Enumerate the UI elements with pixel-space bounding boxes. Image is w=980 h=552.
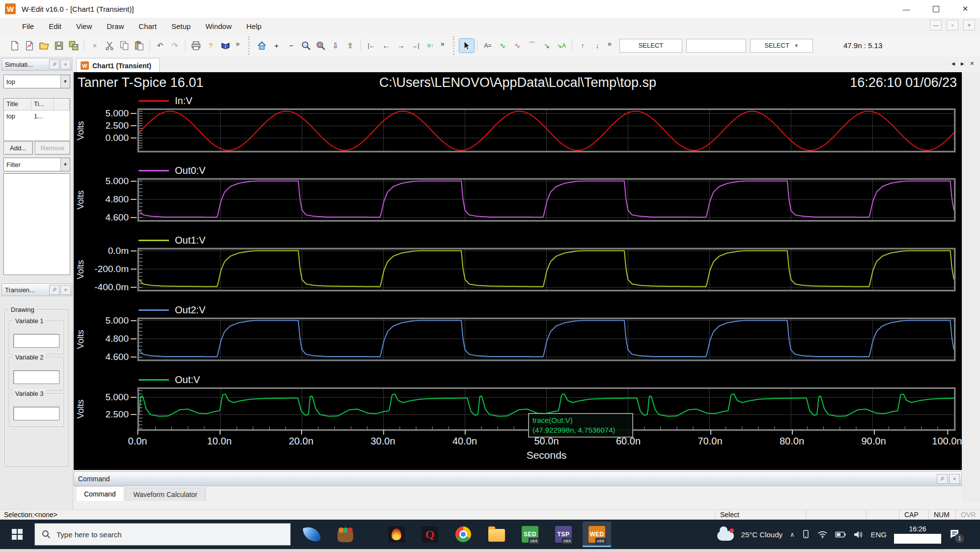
tab-scroll-right-icon[interactable]: ▸ — [961, 59, 964, 67]
expand-down-icon[interactable]: ⇩ — [328, 39, 343, 53]
command-tab-waveform-calculator[interactable]: Waveform Calculator — [125, 488, 206, 501]
command-panel-header[interactable]: Command × — [74, 471, 962, 486]
new-file-icon[interactable] — [7, 39, 22, 53]
waveform-book-icon[interactable] — [218, 39, 233, 53]
measure-average-icon[interactable]: ⌒ — [525, 39, 539, 53]
overflow-2-icon[interactable]: » — [438, 37, 448, 51]
menu-help[interactable]: Help — [239, 22, 269, 30]
paste-icon[interactable] — [132, 39, 146, 53]
measure-slope-icon[interactable]: ↘ — [539, 39, 554, 53]
table-row[interactable]: top 1... — [4, 110, 70, 122]
transient-panel-header[interactable]: Transien... × — [1, 283, 72, 296]
zoom-out-icon[interactable]: − — [284, 39, 299, 53]
expand-up-icon[interactable]: ⇧ — [343, 39, 358, 53]
chart-canvas[interactable]: Tanner T-Spice 16.01 C:\Users\LENOVO\App… — [74, 72, 962, 470]
close-button[interactable]: ✕ — [951, 0, 980, 18]
tray-expand-icon[interactable]: ∧ — [790, 531, 795, 538]
weather-text[interactable]: 25°C Cloudy — [741, 530, 783, 539]
tab-close-icon[interactable]: × — [970, 59, 974, 67]
measure-trace-2-icon[interactable]: ∿ — [510, 39, 525, 53]
simulation-panel-header[interactable]: Simulati... × — [1, 58, 72, 71]
legend-out2-v[interactable]: Out2:V — [139, 304, 205, 316]
simulation-table[interactable]: Title Ti... top 1... — [3, 98, 70, 141]
app-sedit-icon[interactable]: SEDx64 — [516, 522, 544, 547]
app-q-icon[interactable]: Q — [416, 522, 444, 547]
select-cursor-icon[interactable] — [459, 39, 474, 53]
annotate-value-icon[interactable]: A= — [480, 39, 495, 53]
falling-edge-icon[interactable]: ↓ — [590, 39, 605, 53]
command-tab-command[interactable]: Command — [76, 486, 124, 501]
close-icon[interactable]: × — [60, 285, 71, 295]
speaker-icon[interactable] — [853, 530, 863, 539]
app-feather-icon[interactable] — [298, 522, 326, 547]
filter-select[interactable]: Filter ▼ — [3, 158, 70, 171]
close-icon[interactable]: × — [949, 474, 960, 484]
go-first-icon[interactable]: |← — [364, 39, 379, 53]
rising-edge-icon[interactable]: ↑ — [575, 39, 590, 53]
redo-icon[interactable]: ↷ — [168, 39, 182, 53]
taskbar-search[interactable]: Type here to search — [34, 523, 291, 546]
action-center-icon[interactable]: 1 — [949, 528, 960, 541]
remove-button[interactable]: Remove — [35, 141, 70, 155]
measure-label-icon[interactable]: ↘A — [554, 39, 569, 53]
delete-icon[interactable]: × — [87, 39, 102, 53]
tab-chart1-transient[interactable]: W Chart1 (Transient) — [76, 58, 160, 73]
menu-edit[interactable]: Edit — [41, 22, 69, 30]
menu-window[interactable]: Window — [198, 22, 239, 30]
app-tspice-icon[interactable]: TSPx64 — [549, 522, 578, 547]
menu-view[interactable]: View — [69, 22, 99, 30]
copy-icon[interactable] — [117, 39, 132, 53]
menu-chart[interactable]: Chart — [131, 22, 164, 30]
save-all-icon[interactable] — [66, 39, 81, 53]
app-wedit-icon[interactable]: WEDx64 — [583, 522, 611, 547]
simulation-select[interactable]: top ▼ — [3, 75, 70, 88]
print-icon[interactable] — [189, 39, 203, 53]
menu-setup[interactable]: Setup — [164, 22, 198, 30]
plot-out2-v[interactable] — [138, 318, 955, 361]
close-icon[interactable]: × — [60, 59, 71, 69]
zoom-in-icon[interactable]: + — [269, 39, 284, 53]
variable3-input[interactable] — [13, 407, 59, 420]
restore-button[interactable] — [921, 0, 951, 18]
start-button[interactable] — [0, 520, 34, 549]
undo-icon[interactable]: ↶ — [153, 39, 168, 53]
minimize-button[interactable]: — — [892, 0, 921, 18]
overflow-1-icon[interactable]: » — [233, 37, 243, 51]
mdi-restore-icon[interactable]: ▫ — [947, 20, 958, 30]
legend-out-v[interactable]: Out:V — [139, 374, 200, 386]
save-icon[interactable] — [52, 39, 66, 53]
file-explorer-icon[interactable] — [482, 522, 511, 547]
app-chrome-icon[interactable] — [449, 522, 477, 547]
language-indicator[interactable]: ENG — [870, 530, 887, 539]
home-view-icon[interactable] — [254, 39, 269, 53]
mdi-close-icon[interactable]: × — [963, 20, 975, 30]
plot-out1-v[interactable] — [138, 248, 955, 291]
cut-icon[interactable] — [102, 39, 117, 53]
zoom-point-icon[interactable] — [313, 39, 328, 53]
column-header-time[interactable]: Ti... — [31, 99, 54, 110]
menu-draw[interactable]: Draw — [99, 22, 131, 30]
device-icon[interactable] — [802, 529, 810, 539]
trace-order-icon[interactable]: ≡↑ — [423, 39, 438, 53]
trace-select-combo-2[interactable]: SELECT▼ — [750, 39, 813, 53]
legend-out0-v[interactable]: Out0:V — [139, 165, 205, 176]
variable2-input[interactable] — [13, 370, 59, 384]
menu-file[interactable]: File — [15, 22, 41, 30]
help-icon[interactable]: ? — [203, 39, 218, 53]
plot-in-v[interactable] — [138, 109, 955, 152]
go-last-icon[interactable]: →| — [408, 39, 423, 53]
new-chart-icon[interactable] — [22, 39, 37, 53]
plot-out0-v[interactable] — [138, 178, 955, 221]
go-previous-icon[interactable]: ← — [379, 39, 393, 53]
overflow-3-icon[interactable]: » — [605, 37, 615, 51]
battery-icon[interactable] — [835, 531, 846, 538]
column-header-title[interactable]: Title — [4, 99, 31, 110]
app-garden-icon[interactable] — [331, 522, 360, 547]
weather-icon[interactable] — [717, 531, 734, 541]
measure-trace-1-icon[interactable]: ∿ — [495, 39, 510, 53]
trace-select-combo-1[interactable]: SELECT — [619, 39, 682, 53]
trace-filter-input[interactable] — [686, 39, 746, 53]
pin-icon[interactable] — [49, 285, 59, 295]
zoom-box-icon[interactable] — [299, 39, 313, 53]
legend-out1-v[interactable]: Out1:V — [139, 234, 205, 246]
